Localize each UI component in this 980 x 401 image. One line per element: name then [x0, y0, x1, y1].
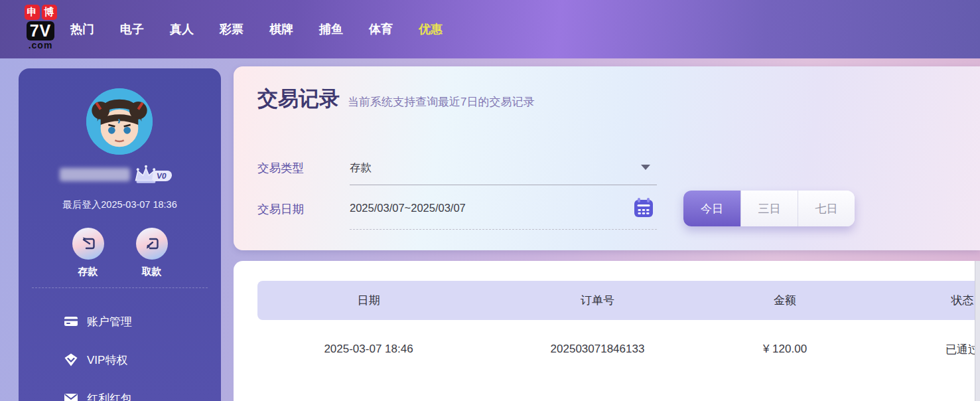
cell-date: 2025-03-07 18:46 — [257, 343, 480, 356]
date-range-quick-buttons: 今日 三日 七日 — [683, 191, 855, 226]
brand-logo[interactable]: 申 博 7V .com — [19, 5, 62, 50]
sidebar-item-bonus[interactable]: 红利红包 — [19, 379, 221, 401]
nav-item-sports[interactable]: 体育 — [369, 21, 393, 37]
scrollbar[interactable] — [975, 261, 980, 401]
range-button-today[interactable]: 今日 — [683, 191, 740, 226]
type-select-value[interactable]: 存款 — [350, 161, 372, 175]
transaction-table-panel: 日期 订单号 金额 状态 2025-03-07 18:46 2025030718… — [234, 261, 980, 401]
sidebar-divider — [32, 287, 208, 288]
logo-tiles: 申 博 — [25, 5, 57, 20]
nav-item-board[interactable]: 棋牌 — [269, 21, 293, 37]
header-status: 状态 — [855, 293, 975, 308]
panel-title-row: 交易记录 当前系统支持查询最近7日的交易记录 — [257, 85, 534, 113]
withdraw-label: 取款 — [142, 266, 162, 278]
nav-item-lottery[interactable]: 彩票 — [220, 21, 244, 37]
date-range-value[interactable]: 2025/03/07~2025/03/07 — [350, 202, 466, 214]
cell-order-id: 202503071846133 — [480, 343, 715, 356]
date-filter-label: 交易日期 — [257, 201, 304, 217]
deposit-label: 存款 — [78, 266, 98, 278]
sidebar-item-account[interactable]: 账户管理 — [19, 302, 221, 341]
sidebar-username-row: V0 — [19, 165, 221, 185]
sidebar-item-label: 账户管理 — [87, 314, 132, 329]
deposit-button[interactable]: 存款 — [67, 228, 109, 278]
sidebar-avatar[interactable] — [86, 88, 153, 155]
sidebar-item-label: 红利红包 — [87, 391, 132, 401]
gem-icon — [63, 352, 79, 368]
withdraw-icon — [136, 228, 168, 260]
page: 申 博 7V .com 热门 电子 真人 彩票 棋牌 捕鱼 体育 优惠 — [0, 0, 980, 401]
nav-item-promo[interactable]: 优惠 — [419, 21, 443, 37]
nav-item-slots[interactable]: 电子 — [120, 21, 144, 37]
last-login-text: 最后登入2025-03-07 18:36 — [19, 199, 221, 211]
nav-item-hot[interactable]: 热门 — [70, 21, 94, 37]
type-filter-label: 交易类型 — [257, 160, 304, 176]
logo-com: .com — [29, 40, 53, 50]
header-order-id: 订单号 — [480, 293, 715, 308]
range-button-7days[interactable]: 七日 — [798, 191, 855, 226]
table-header-row: 日期 订单号 金额 状态 — [257, 281, 975, 320]
chevron-down-icon[interactable] — [641, 165, 650, 170]
logo-tile-2: 博 — [42, 5, 57, 20]
cell-amount: ¥ 120.00 — [715, 343, 855, 356]
avatar-girl-illustration — [86, 88, 153, 155]
envelope-icon — [63, 390, 79, 401]
type-select-underline — [350, 185, 657, 185]
sidebar: V0 最后登入2025-03-07 18:36 存款 — [19, 68, 221, 401]
sidebar-menu: 账户管理 VIP特权 红利红包 — [19, 302, 221, 401]
logo-7v: 7V — [27, 21, 55, 40]
main-nav: 热门 电子 真人 彩票 棋牌 捕鱼 体育 优惠 — [70, 0, 443, 58]
quick-actions: 存款 取款 — [19, 228, 221, 278]
page-subtitle: 当前系统支持查询最近7日的交易记录 — [348, 94, 534, 110]
bank-card-icon — [63, 313, 79, 329]
nav-item-fishing[interactable]: 捕鱼 — [319, 21, 343, 37]
date-underline — [350, 229, 657, 230]
top-navbar: 申 博 7V .com 热门 电子 真人 彩票 棋牌 捕鱼 体育 优惠 — [0, 0, 980, 58]
withdraw-button[interactable]: 取款 — [131, 228, 173, 278]
range-button-3days[interactable]: 三日 — [740, 191, 798, 226]
cell-status: 已通过 — [855, 342, 975, 357]
page-title: 交易记录 — [257, 85, 340, 113]
sidebar-item-vip[interactable]: VIP特权 — [19, 341, 221, 379]
header-amount: 金额 — [715, 293, 855, 308]
deposit-icon — [72, 228, 104, 260]
nav-item-live[interactable]: 真人 — [170, 21, 194, 37]
transaction-table: 日期 订单号 金额 状态 2025-03-07 18:46 2025030718… — [257, 281, 975, 401]
logo-tile-1: 申 — [25, 5, 40, 20]
sidebar-username-blurred — [60, 168, 130, 181]
sidebar-item-label: VIP特权 — [87, 353, 127, 368]
header-date: 日期 — [257, 293, 480, 308]
calendar-icon[interactable] — [632, 197, 655, 222]
transaction-filter-panel: 交易记录 当前系统支持查询最近7日的交易记录 交易类型 存款 交易日期 2025… — [234, 66, 980, 250]
table-row: 2025-03-07 18:46 202503071846133 ¥ 120.0… — [257, 320, 975, 378]
vip-badge: V0 — [152, 171, 173, 181]
